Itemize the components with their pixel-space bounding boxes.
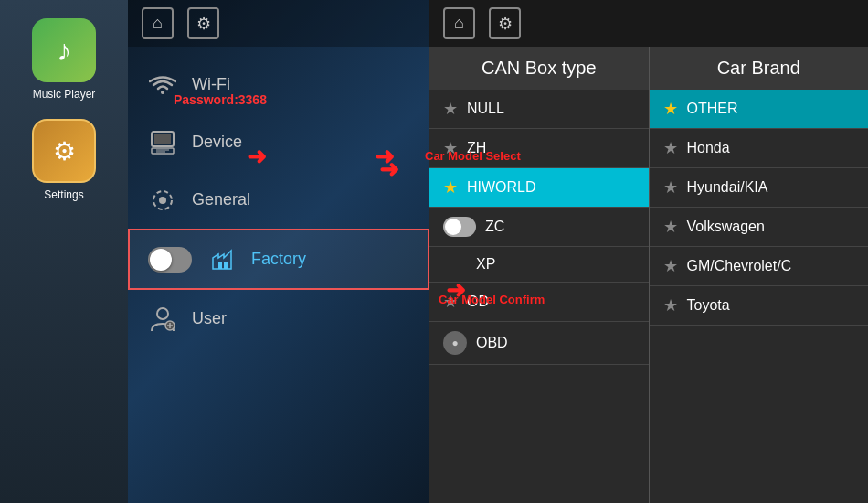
- hiworld-label: HIWORLD: [467, 179, 536, 196]
- factory-label: Factory: [251, 250, 306, 269]
- right-gear-icon: ⚙: [489, 7, 521, 39]
- star-other: ★: [663, 99, 678, 119]
- star-toyota: ★: [663, 295, 678, 316]
- svg-rect-8: [218, 262, 222, 269]
- zc-label: ZC: [485, 219, 504, 235]
- star-hiworld: ★: [443, 177, 458, 198]
- factory-toggle[interactable]: [148, 247, 192, 273]
- user-label: User: [192, 309, 227, 328]
- list-item-obd[interactable]: ● OBD: [429, 322, 649, 365]
- menu-header: ⌂ ⚙: [128, 0, 429, 47]
- gm-label: GM/Chevrolet/C: [687, 258, 792, 274]
- device-label: Device: [192, 133, 242, 152]
- settings-label: Settings: [44, 188, 83, 201]
- right-panel: ⌂ ⚙ ➜ Car Model Select ➜ Car Model Confi…: [429, 0, 868, 503]
- home-icon: ⌂: [142, 7, 174, 39]
- toyota-label: Toyota: [687, 297, 730, 314]
- star-gm: ★: [663, 256, 678, 276]
- music-player-icon[interactable]: ♪ Music Player: [32, 18, 96, 101]
- right-header: ⌂ ⚙: [429, 0, 868, 47]
- obd-icon: ●: [443, 331, 467, 355]
- general-label: General: [192, 190, 250, 209]
- settings-icon[interactable]: ⚙ Settings: [32, 119, 96, 201]
- svg-point-10: [157, 308, 168, 319]
- wifi-icon: [146, 69, 178, 101]
- wifi-label: Wi-Fi: [192, 75, 230, 94]
- list-item-honda[interactable]: ★ Honda: [650, 129, 869, 168]
- hyundai-label: Hyundai/KIA: [687, 179, 768, 196]
- menu-items: Wi-Fi Device: [128, 47, 429, 503]
- xp-label: XP: [476, 256, 495, 273]
- can-box-column: CAN Box type ★ NULL ★ ZH ★ HIWORLD ZC: [429, 47, 649, 503]
- device-icon: [146, 126, 178, 158]
- menu-item-wifi[interactable]: Wi-Fi: [128, 56, 429, 113]
- factory-icon: [206, 243, 238, 275]
- svg-point-6: [159, 197, 166, 204]
- right-columns: CAN Box type ★ NULL ★ ZH ★ HIWORLD ZC: [429, 47, 868, 503]
- can-box-header: CAN Box type: [429, 47, 649, 90]
- svg-rect-3: [152, 148, 174, 154]
- car-brand-column: Car Brand ★ OTHER ★ Honda ★ Hyundai/KIA …: [650, 47, 869, 503]
- star-honda: ★: [663, 138, 678, 158]
- car-model-select-label: Car Model Select: [425, 149, 521, 163]
- zc-confirm-toggle[interactable]: [443, 217, 476, 237]
- menu-panel: ⌂ ⚙ Password:3368 ➜ ➜ Wi-Fi: [128, 0, 429, 503]
- list-item-toyota[interactable]: ★ Toyota: [650, 286, 869, 326]
- menu-item-factory[interactable]: Factory: [128, 229, 429, 290]
- obd-label: OBD: [476, 335, 508, 351]
- star-volkswagen: ★: [663, 217, 678, 237]
- list-item-hiworld[interactable]: ★ HIWORLD: [429, 168, 649, 208]
- gear-icon: ⚙: [187, 7, 219, 39]
- arrow-model-select: ➜: [379, 155, 399, 184]
- car-brand-header: Car Brand: [650, 47, 869, 90]
- zc-confirm-knob: [445, 219, 461, 235]
- null-label: NULL: [467, 101, 504, 117]
- user-icon: [146, 303, 178, 335]
- factory-toggle-knob: [150, 249, 172, 271]
- list-item-volkswagen[interactable]: ★ Volkswagen: [650, 208, 869, 247]
- list-item-other[interactable]: ★ OTHER: [650, 90, 869, 129]
- list-item-gm[interactable]: ★ GM/Chevrolet/C: [650, 247, 869, 286]
- right-home-icon: ⌂: [443, 7, 475, 39]
- list-item-null[interactable]: ★ NULL: [429, 90, 649, 129]
- svg-rect-2: [154, 134, 171, 144]
- settings-icon-box: ⚙: [32, 119, 96, 183]
- sidebar: ♪ Music Player ⚙ Settings: [0, 0, 128, 503]
- svg-point-0: [161, 91, 164, 94]
- general-icon: [146, 184, 178, 216]
- car-model-confirm-label: Car Model Confirm: [439, 293, 545, 306]
- list-item-zc[interactable]: ZC: [429, 208, 649, 247]
- honda-label: Honda: [687, 140, 730, 156]
- volkswagen-label: Volkswagen: [687, 219, 765, 235]
- music-player-icon-box: ♪: [32, 18, 96, 82]
- svg-rect-9: [224, 262, 228, 269]
- other-label: OTHER: [687, 101, 738, 117]
- list-item-hyundai[interactable]: ★ Hyundai/KIA: [650, 168, 869, 208]
- menu-item-user[interactable]: User: [128, 290, 429, 348]
- star-null: ★: [443, 99, 458, 119]
- music-player-label: Music Player: [33, 88, 96, 101]
- star-hyundai: ★: [663, 177, 678, 198]
